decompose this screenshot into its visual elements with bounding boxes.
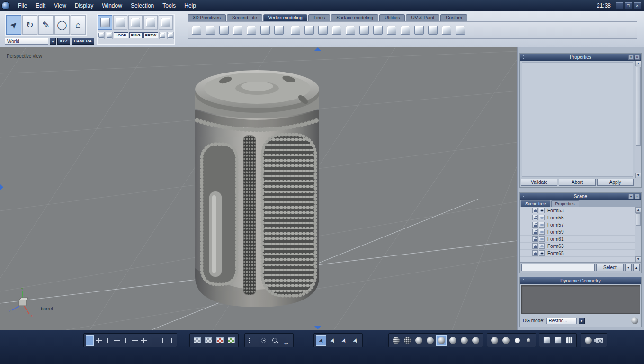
small-ball-icon[interactable] (523, 335, 534, 346)
uv-unwrap-icon[interactable] (553, 335, 563, 346)
menu-tools[interactable]: Tools (158, 2, 180, 9)
zoom-area-icon[interactable] (269, 335, 280, 346)
wireframe-icon[interactable] (391, 335, 401, 346)
lock-icon[interactable] (532, 222, 538, 228)
menu-selection[interactable]: Selection (126, 2, 158, 9)
scroll-thumb[interactable] (636, 67, 641, 146)
layout-2-rows-icon[interactable] (113, 335, 121, 346)
menu-edit[interactable]: Edit (31, 2, 50, 9)
select-lasso-icon[interactable] (327, 335, 338, 346)
chamfer-icon[interactable] (316, 23, 330, 37)
ring-button[interactable]: RING (129, 32, 143, 38)
lock-icon[interactable] (532, 215, 538, 220)
lock-icon[interactable] (532, 250, 538, 256)
uv-checker-green-icon[interactable] (226, 335, 236, 346)
maximize-button[interactable]: □ (625, 2, 632, 9)
lock-icon[interactable] (532, 229, 538, 235)
world-dropdown-arrow-icon[interactable]: ▾ (50, 38, 56, 45)
menu-help[interactable]: Help (180, 2, 200, 9)
scroll-down-icon[interactable]: ▼ (635, 256, 641, 262)
stretch-tool-icon[interactable] (454, 23, 467, 37)
shrink-selection-icon[interactable] (167, 32, 174, 39)
textured-icon[interactable] (459, 335, 469, 346)
splitter-left-icon[interactable] (0, 184, 3, 191)
scene-tree-row[interactable]: Form53 (520, 207, 641, 214)
edge-slide-icon[interactable] (106, 32, 112, 39)
copy-face-icon[interactable] (245, 23, 258, 37)
magnet-tool-icon[interactable] (440, 23, 453, 37)
target-weld-icon[interactable] (371, 23, 385, 37)
panel-collapse-icon[interactable]: ▾ (628, 55, 634, 60)
material-grid-icon[interactable] (192, 335, 202, 346)
properties-scrollbar[interactable]: ▲ ▼ (635, 61, 641, 178)
minimize-button[interactable]: _ (616, 2, 623, 9)
scroll-thumb[interactable] (636, 213, 641, 226)
splitter-bottom-icon[interactable] (314, 326, 321, 329)
tessellate-icon[interactable] (190, 23, 203, 37)
scene-tree-row[interactable]: Form65 (520, 250, 641, 257)
tab-scene-tree[interactable]: Scene tree (521, 200, 550, 207)
splitter-top-icon[interactable] (314, 47, 321, 51)
apply-button[interactable]: Apply (597, 179, 634, 186)
rotate-manipulator-icon[interactable] (113, 15, 127, 30)
weld-points-icon[interactable] (358, 23, 371, 37)
edge-pen-icon[interactable] (98, 32, 105, 39)
scale-manipulator-icon[interactable] (128, 15, 143, 30)
world-dropdown[interactable]: World (5, 38, 48, 45)
select-icon[interactable]: ➤ (6, 15, 21, 35)
marquee-select-icon[interactable] (247, 335, 257, 346)
render-icon[interactable] (583, 335, 593, 346)
scene-tree-row[interactable]: Form59 (520, 228, 641, 236)
bridge-icon[interactable] (344, 23, 357, 37)
tab-lines[interactable]: Lines (308, 14, 330, 21)
scene-scrollbar[interactable]: ▲ ▼ (635, 207, 641, 262)
scene-tree-row[interactable]: Form61 (520, 236, 641, 243)
tab-utilities[interactable]: Utilities (379, 14, 405, 21)
panel-close-icon[interactable]: × (635, 55, 640, 60)
flat-shade-icon[interactable] (413, 335, 424, 346)
scene-filter-input[interactable] (521, 264, 595, 271)
menu-window[interactable]: Window (98, 2, 126, 9)
circle-select-icon[interactable]: ◯ (54, 15, 70, 35)
panel-collapse-icon[interactable]: ▾ (628, 194, 634, 199)
layout-2-vertical-icon[interactable] (167, 335, 175, 346)
close-button[interactable]: × (634, 2, 641, 9)
uv-checker-red-icon[interactable] (215, 335, 225, 346)
camera-home-icon[interactable]: ⌂ (71, 15, 86, 35)
camera-button[interactable]: CAMERA (72, 38, 94, 45)
layout-wide-bottom-icon[interactable] (140, 335, 148, 346)
dg-panel-titlebar[interactable]: Dynamic Geometry (520, 277, 641, 284)
visibility-icon[interactable] (539, 250, 545, 256)
pen-select-icon[interactable]: ✎ (38, 15, 54, 35)
rotate-view-icon[interactable]: ↻ (22, 15, 37, 35)
tab-vertex-modeling[interactable]: Vertex modeling (263, 14, 308, 21)
pan-arrows-icon[interactable] (281, 335, 291, 346)
move-manipulator-icon[interactable] (98, 15, 112, 30)
textured-lines-icon[interactable] (470, 335, 481, 346)
visibility-icon[interactable] (539, 222, 545, 228)
select-button[interactable]: Select (596, 264, 624, 271)
layout-split-left-icon[interactable] (158, 335, 166, 346)
xyz-button[interactable]: XYZ (57, 38, 70, 45)
betw-button[interactable]: BETW (143, 32, 159, 38)
validate-button[interactable]: Validate (521, 179, 557, 186)
hidden-line-icon[interactable] (402, 335, 412, 346)
select-arrow-icon[interactable] (316, 335, 326, 346)
visibility-icon[interactable] (539, 215, 545, 220)
scene-tree-row[interactable]: Form63 (520, 243, 641, 250)
scene-panel-titlebar[interactable]: Scene ▾ × (520, 193, 641, 200)
tab-surface-modeling[interactable]: Surface modeling (331, 14, 378, 21)
layout-3-left-icon[interactable] (122, 335, 130, 346)
dg-mode-dropdown-arrow-icon[interactable]: ▾ (579, 318, 585, 324)
properties-panel-titlebar[interactable]: Properties ▾ × (520, 54, 641, 61)
select-paint-icon[interactable] (339, 335, 349, 346)
sweep-surface-icon[interactable] (272, 23, 286, 37)
select-mode-up-icon[interactable]: ▴ (633, 264, 640, 271)
visibility-icon[interactable] (539, 208, 545, 213)
uv-box-mapping-icon[interactable] (541, 335, 552, 346)
universal-manipulator-icon[interactable] (143, 15, 158, 30)
perspective-viewport[interactable]: Y Z X Perspective view barrel (0, 47, 517, 330)
lock-icon[interactable] (532, 208, 538, 213)
render-camera-icon[interactable] (594, 335, 605, 346)
tab-second-life[interactable]: Second Life (227, 14, 262, 21)
